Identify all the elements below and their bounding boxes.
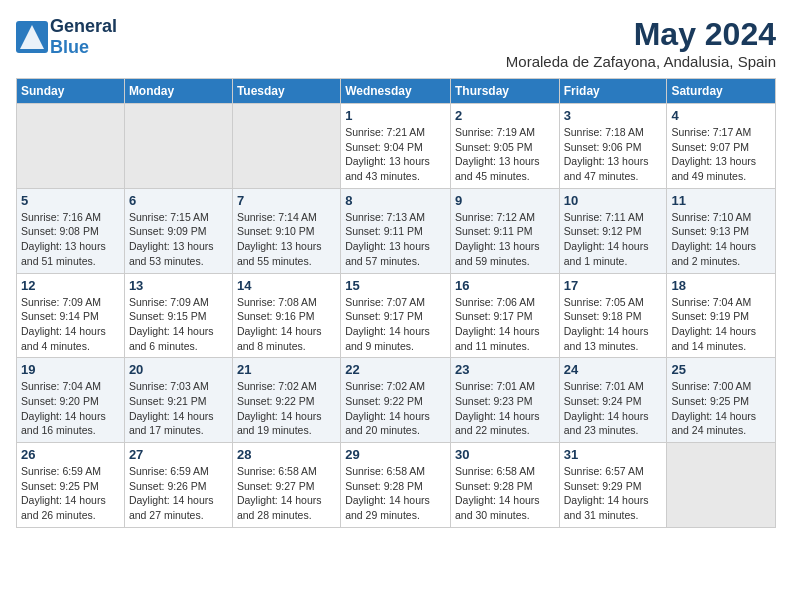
day-number: 11 bbox=[671, 193, 771, 208]
day-info: Sunrise: 7:09 AM Sunset: 9:15 PM Dayligh… bbox=[129, 295, 228, 354]
calendar-cell: 19Sunrise: 7:04 AM Sunset: 9:20 PM Dayli… bbox=[17, 358, 125, 443]
day-info: Sunrise: 7:21 AM Sunset: 9:04 PM Dayligh… bbox=[345, 125, 446, 184]
day-number: 17 bbox=[564, 278, 663, 293]
calendar-cell: 28Sunrise: 6:58 AM Sunset: 9:27 PM Dayli… bbox=[232, 443, 340, 528]
day-info: Sunrise: 6:57 AM Sunset: 9:29 PM Dayligh… bbox=[564, 464, 663, 523]
calendar-cell bbox=[667, 443, 776, 528]
day-number: 24 bbox=[564, 362, 663, 377]
day-number: 7 bbox=[237, 193, 336, 208]
calendar-cell: 6Sunrise: 7:15 AM Sunset: 9:09 PM Daylig… bbox=[124, 188, 232, 273]
day-number: 10 bbox=[564, 193, 663, 208]
day-number: 1 bbox=[345, 108, 446, 123]
day-info: Sunrise: 7:19 AM Sunset: 9:05 PM Dayligh… bbox=[455, 125, 555, 184]
day-info: Sunrise: 6:58 AM Sunset: 9:27 PM Dayligh… bbox=[237, 464, 336, 523]
calendar-cell: 20Sunrise: 7:03 AM Sunset: 9:21 PM Dayli… bbox=[124, 358, 232, 443]
calendar-cell: 14Sunrise: 7:08 AM Sunset: 9:16 PM Dayli… bbox=[232, 273, 340, 358]
day-info: Sunrise: 7:12 AM Sunset: 9:11 PM Dayligh… bbox=[455, 210, 555, 269]
calendar-cell: 15Sunrise: 7:07 AM Sunset: 9:17 PM Dayli… bbox=[341, 273, 451, 358]
calendar-cell: 1Sunrise: 7:21 AM Sunset: 9:04 PM Daylig… bbox=[341, 104, 451, 189]
calendar-week-row: 12Sunrise: 7:09 AM Sunset: 9:14 PM Dayli… bbox=[17, 273, 776, 358]
day-number: 4 bbox=[671, 108, 771, 123]
subtitle: Moraleda de Zafayona, Andalusia, Spain bbox=[506, 53, 776, 70]
day-number: 25 bbox=[671, 362, 771, 377]
day-info: Sunrise: 7:01 AM Sunset: 9:24 PM Dayligh… bbox=[564, 379, 663, 438]
day-info: Sunrise: 7:09 AM Sunset: 9:14 PM Dayligh… bbox=[21, 295, 120, 354]
day-number: 19 bbox=[21, 362, 120, 377]
day-info: Sunrise: 7:11 AM Sunset: 9:12 PM Dayligh… bbox=[564, 210, 663, 269]
calendar-week-row: 5Sunrise: 7:16 AM Sunset: 9:08 PM Daylig… bbox=[17, 188, 776, 273]
day-info: Sunrise: 7:17 AM Sunset: 9:07 PM Dayligh… bbox=[671, 125, 771, 184]
day-number: 13 bbox=[129, 278, 228, 293]
calendar-cell: 9Sunrise: 7:12 AM Sunset: 9:11 PM Daylig… bbox=[450, 188, 559, 273]
day-info: Sunrise: 7:01 AM Sunset: 9:23 PM Dayligh… bbox=[455, 379, 555, 438]
calendar-cell: 18Sunrise: 7:04 AM Sunset: 9:19 PM Dayli… bbox=[667, 273, 776, 358]
day-number: 15 bbox=[345, 278, 446, 293]
weekday-header-row: SundayMondayTuesdayWednesdayThursdayFrid… bbox=[17, 79, 776, 104]
calendar-cell bbox=[17, 104, 125, 189]
day-number: 23 bbox=[455, 362, 555, 377]
day-number: 22 bbox=[345, 362, 446, 377]
day-number: 3 bbox=[564, 108, 663, 123]
calendar-cell: 17Sunrise: 7:05 AM Sunset: 9:18 PM Dayli… bbox=[559, 273, 667, 358]
calendar-cell: 11Sunrise: 7:10 AM Sunset: 9:13 PM Dayli… bbox=[667, 188, 776, 273]
day-number: 6 bbox=[129, 193, 228, 208]
day-info: Sunrise: 7:02 AM Sunset: 9:22 PM Dayligh… bbox=[237, 379, 336, 438]
day-number: 12 bbox=[21, 278, 120, 293]
calendar-cell: 25Sunrise: 7:00 AM Sunset: 9:25 PM Dayli… bbox=[667, 358, 776, 443]
main-title: May 2024 bbox=[506, 16, 776, 53]
day-number: 29 bbox=[345, 447, 446, 462]
day-info: Sunrise: 7:07 AM Sunset: 9:17 PM Dayligh… bbox=[345, 295, 446, 354]
day-number: 9 bbox=[455, 193, 555, 208]
calendar-table: SundayMondayTuesdayWednesdayThursdayFrid… bbox=[16, 78, 776, 528]
day-number: 5 bbox=[21, 193, 120, 208]
day-number: 18 bbox=[671, 278, 771, 293]
day-info: Sunrise: 7:10 AM Sunset: 9:13 PM Dayligh… bbox=[671, 210, 771, 269]
weekday-header-sunday: Sunday bbox=[17, 79, 125, 104]
logo-icon bbox=[16, 21, 48, 53]
calendar-cell: 2Sunrise: 7:19 AM Sunset: 9:05 PM Daylig… bbox=[450, 104, 559, 189]
day-info: Sunrise: 7:00 AM Sunset: 9:25 PM Dayligh… bbox=[671, 379, 771, 438]
day-info: Sunrise: 7:05 AM Sunset: 9:18 PM Dayligh… bbox=[564, 295, 663, 354]
calendar-cell: 24Sunrise: 7:01 AM Sunset: 9:24 PM Dayli… bbox=[559, 358, 667, 443]
day-info: Sunrise: 7:04 AM Sunset: 9:19 PM Dayligh… bbox=[671, 295, 771, 354]
calendar-cell: 22Sunrise: 7:02 AM Sunset: 9:22 PM Dayli… bbox=[341, 358, 451, 443]
weekday-header-wednesday: Wednesday bbox=[341, 79, 451, 104]
weekday-header-friday: Friday bbox=[559, 79, 667, 104]
logo: General Blue bbox=[16, 16, 117, 58]
calendar-week-row: 19Sunrise: 7:04 AM Sunset: 9:20 PM Dayli… bbox=[17, 358, 776, 443]
page-header: General Blue May 2024 Moraleda de Zafayo… bbox=[16, 16, 776, 70]
day-number: 14 bbox=[237, 278, 336, 293]
calendar-cell: 26Sunrise: 6:59 AM Sunset: 9:25 PM Dayli… bbox=[17, 443, 125, 528]
calendar-cell: 4Sunrise: 7:17 AM Sunset: 9:07 PM Daylig… bbox=[667, 104, 776, 189]
day-info: Sunrise: 7:03 AM Sunset: 9:21 PM Dayligh… bbox=[129, 379, 228, 438]
calendar-cell: 10Sunrise: 7:11 AM Sunset: 9:12 PM Dayli… bbox=[559, 188, 667, 273]
calendar-cell: 23Sunrise: 7:01 AM Sunset: 9:23 PM Dayli… bbox=[450, 358, 559, 443]
day-info: Sunrise: 7:18 AM Sunset: 9:06 PM Dayligh… bbox=[564, 125, 663, 184]
calendar-cell: 21Sunrise: 7:02 AM Sunset: 9:22 PM Dayli… bbox=[232, 358, 340, 443]
calendar-cell: 5Sunrise: 7:16 AM Sunset: 9:08 PM Daylig… bbox=[17, 188, 125, 273]
day-info: Sunrise: 7:15 AM Sunset: 9:09 PM Dayligh… bbox=[129, 210, 228, 269]
title-area: May 2024 Moraleda de Zafayona, Andalusia… bbox=[506, 16, 776, 70]
day-info: Sunrise: 7:08 AM Sunset: 9:16 PM Dayligh… bbox=[237, 295, 336, 354]
day-number: 16 bbox=[455, 278, 555, 293]
day-info: Sunrise: 6:58 AM Sunset: 9:28 PM Dayligh… bbox=[345, 464, 446, 523]
logo-blue: Blue bbox=[50, 37, 89, 57]
calendar-week-row: 1Sunrise: 7:21 AM Sunset: 9:04 PM Daylig… bbox=[17, 104, 776, 189]
calendar-cell bbox=[232, 104, 340, 189]
day-number: 2 bbox=[455, 108, 555, 123]
day-info: Sunrise: 7:16 AM Sunset: 9:08 PM Dayligh… bbox=[21, 210, 120, 269]
calendar-cell: 16Sunrise: 7:06 AM Sunset: 9:17 PM Dayli… bbox=[450, 273, 559, 358]
day-number: 27 bbox=[129, 447, 228, 462]
calendar-cell: 13Sunrise: 7:09 AM Sunset: 9:15 PM Dayli… bbox=[124, 273, 232, 358]
calendar-cell: 29Sunrise: 6:58 AM Sunset: 9:28 PM Dayli… bbox=[341, 443, 451, 528]
day-number: 26 bbox=[21, 447, 120, 462]
calendar-cell: 7Sunrise: 7:14 AM Sunset: 9:10 PM Daylig… bbox=[232, 188, 340, 273]
logo-general: General bbox=[50, 16, 117, 36]
day-number: 28 bbox=[237, 447, 336, 462]
day-info: Sunrise: 7:04 AM Sunset: 9:20 PM Dayligh… bbox=[21, 379, 120, 438]
calendar-cell: 31Sunrise: 6:57 AM Sunset: 9:29 PM Dayli… bbox=[559, 443, 667, 528]
day-number: 21 bbox=[237, 362, 336, 377]
calendar-week-row: 26Sunrise: 6:59 AM Sunset: 9:25 PM Dayli… bbox=[17, 443, 776, 528]
day-info: Sunrise: 7:06 AM Sunset: 9:17 PM Dayligh… bbox=[455, 295, 555, 354]
day-info: Sunrise: 7:14 AM Sunset: 9:10 PM Dayligh… bbox=[237, 210, 336, 269]
